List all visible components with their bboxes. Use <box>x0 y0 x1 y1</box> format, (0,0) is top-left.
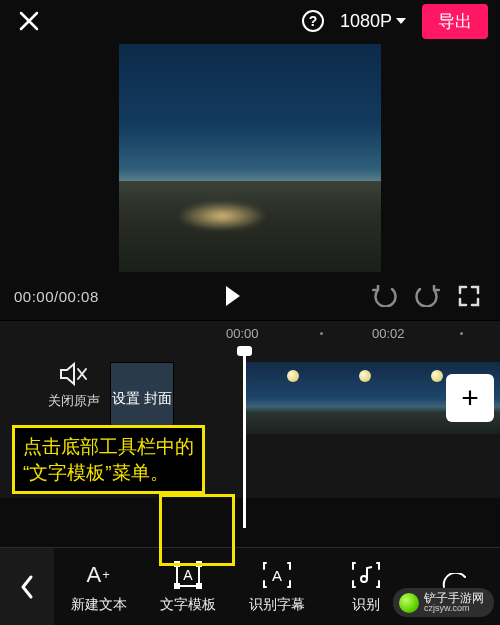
redo-button[interactable] <box>410 279 444 313</box>
export-button[interactable]: 导出 <box>422 4 488 39</box>
watermark: 铲子手游网 czjsyw.com <box>393 588 494 617</box>
play-button[interactable] <box>216 279 250 313</box>
resolution-selector[interactable]: 1080P <box>340 11 406 32</box>
tool-label: 文字模板 <box>160 596 216 614</box>
svg-rect-4 <box>196 583 202 589</box>
playhead[interactable] <box>243 348 246 528</box>
video-preview[interactable] <box>119 44 381 272</box>
timecode: 00:00/00:08 <box>14 288 99 305</box>
add-clip-button[interactable]: + <box>446 374 494 422</box>
new-text-icon: A+ <box>86 560 110 590</box>
undo-button[interactable] <box>368 279 402 313</box>
mute-label: 关闭原声 <box>48 392 100 410</box>
back-button[interactable] <box>0 548 54 626</box>
fullscreen-icon[interactable] <box>452 279 486 313</box>
set-cover-button[interactable]: 设置 封面 <box>110 362 174 434</box>
svg-rect-2 <box>196 561 202 567</box>
svg-rect-3 <box>174 583 180 589</box>
close-icon[interactable] <box>12 4 46 38</box>
mute-icon[interactable] <box>59 362 89 386</box>
chevron-down-icon <box>396 18 406 24</box>
ruler-mark: 00:00 <box>226 326 259 341</box>
svg-text:A: A <box>272 567 282 584</box>
help-icon[interactable]: ? <box>296 4 330 38</box>
tool-recognize-subtitle[interactable]: A 识别字幕 <box>232 560 321 614</box>
tool-label: 识别字幕 <box>249 596 305 614</box>
svg-rect-1 <box>174 561 180 567</box>
resolution-label: 1080P <box>340 11 392 32</box>
tool-label: 新建文本 <box>71 596 127 614</box>
tool-label: 识别 <box>352 596 380 614</box>
watermark-logo-icon <box>399 593 419 613</box>
recognize-subtitle-icon: A <box>262 560 292 590</box>
svg-text:A: A <box>183 567 193 583</box>
ruler-mark: 00:02 <box>372 326 405 341</box>
timeline-ruler[interactable]: 00:00 00:02 <box>0 320 500 348</box>
tool-text-template[interactable]: A 文字模板 <box>143 560 232 614</box>
recognize-lyrics-icon <box>351 560 381 590</box>
tool-new-text[interactable]: A+ 新建文本 <box>54 560 143 614</box>
text-template-icon: A <box>173 560 203 590</box>
tutorial-annotation: 点击底部工具栏中的 “文字模板”菜单。 <box>12 425 205 494</box>
